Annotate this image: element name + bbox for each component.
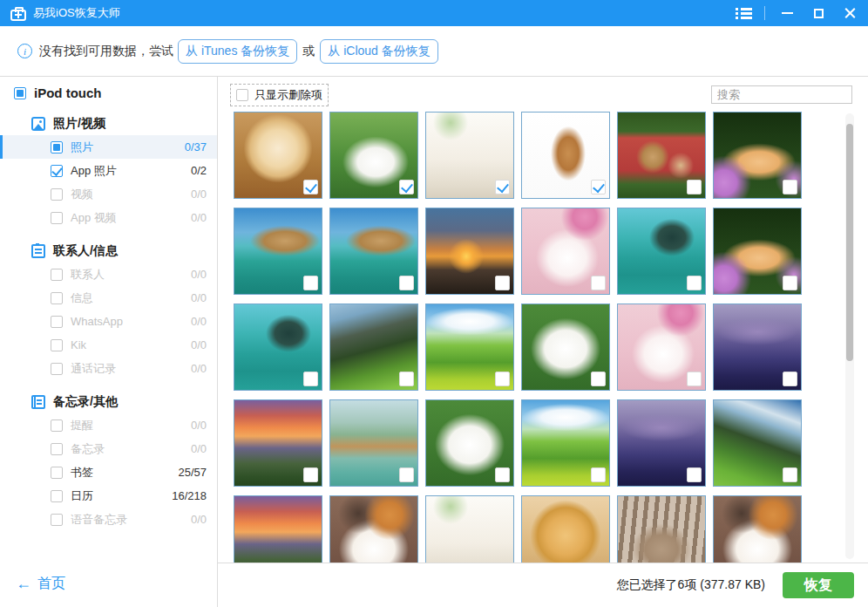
photo-samoyed-pair[interactable]: [425, 399, 514, 487]
photo-checkbox[interactable]: [591, 276, 606, 290]
sidebar-item-信息[interactable]: 信息 0/0: [0, 286, 217, 310]
sidebar-item-checkbox[interactable]: [51, 419, 63, 432]
photo-checkbox[interactable]: [399, 180, 414, 194]
photo-white-rabbit[interactable]: [521, 208, 610, 295]
photo-checkbox[interactable]: [783, 276, 797, 290]
sidebar-item-App 照片[interactable]: App 照片 0/2: [0, 159, 217, 182]
photo-checkbox[interactable]: [399, 276, 414, 290]
recover-button[interactable]: 恢复: [783, 572, 854, 598]
photo-calico-kitten[interactable]: [329, 495, 418, 563]
photo-forest-hillside[interactable]: [329, 304, 418, 391]
photo-cocker-spaniel[interactable]: [521, 112, 610, 199]
device-row[interactable]: iPod touch: [0, 77, 217, 102]
sidebar-item-checkbox[interactable]: [51, 141, 63, 153]
home-link[interactable]: 首页: [16, 575, 65, 593]
photo-samoyed-dog[interactable]: [329, 112, 418, 199]
sidebar-item-checkbox[interactable]: [51, 188, 63, 201]
photo-samoyed-pair[interactable]: [521, 304, 610, 391]
photo-sunset-mountains[interactable]: [234, 399, 322, 487]
photo-checkbox[interactable]: [783, 180, 797, 194]
photo-sunset-lake[interactable]: [425, 208, 514, 295]
photo-checkbox[interactable]: [495, 467, 510, 482]
photo-checkbox[interactable]: [303, 372, 318, 386]
photo-pomeranian-puppy[interactable]: [234, 112, 322, 199]
photo-checkbox[interactable]: [783, 372, 797, 386]
photo-maltese-puppies[interactable]: [425, 495, 514, 563]
photo-calico-kitten[interactable]: [713, 495, 802, 563]
photo-checkbox[interactable]: [303, 180, 318, 194]
close-button[interactable]: [840, 3, 859, 23]
photo-mountain-lake[interactable]: [713, 304, 802, 391]
photo-kittens-flowers[interactable]: [713, 112, 802, 199]
photo-checkbox[interactable]: [303, 467, 318, 482]
photo-kittens-flowers[interactable]: [713, 208, 802, 295]
sidebar-item-checkbox[interactable]: [51, 514, 63, 526]
photo-checkbox[interactable]: [687, 372, 702, 386]
sidebar-item-checkbox[interactable]: [51, 212, 63, 224]
sidebar-item-label: 视频: [71, 187, 93, 202]
sidebar-item-书签[interactable]: 书签 25/57: [0, 460, 217, 484]
photo-mountain-lake[interactable]: [617, 399, 706, 487]
sidebar-item-checkbox[interactable]: [51, 339, 63, 351]
maximize-button[interactable]: [809, 3, 828, 23]
photo-checkbox[interactable]: [591, 467, 606, 482]
sidebar-item-checkbox[interactable]: [51, 443, 63, 455]
search-input[interactable]: [711, 85, 852, 104]
show-deleted-only-checkbox[interactable]: [236, 89, 248, 101]
photo-green-hills[interactable]: [521, 399, 610, 487]
photo-green-hills[interactable]: [425, 304, 514, 391]
photo-sea-stacks[interactable]: [617, 208, 706, 295]
photo-checkbox[interactable]: [495, 276, 510, 290]
sidebar-item-checkbox[interactable]: [51, 316, 63, 328]
photo-checkbox[interactable]: [591, 372, 606, 386]
sidebar-item-Kik[interactable]: Kik 0/0: [0, 333, 217, 357]
photo-tabby-cat[interactable]: [617, 495, 706, 563]
scrollbar-track[interactable]: [845, 113, 854, 559]
photo-maltese-puppies[interactable]: [425, 112, 514, 199]
photo-checkbox[interactable]: [687, 180, 702, 194]
photo-forest-hill-sun[interactable]: [713, 399, 802, 487]
restore-from-itunes-button[interactable]: 从 iTunes 备份恢复: [178, 39, 297, 64]
photo-checkbox[interactable]: [783, 467, 797, 482]
sidebar-item-checkbox[interactable]: [51, 363, 63, 375]
photo-checkbox[interactable]: [687, 467, 702, 482]
sidebar-item-checkbox[interactable]: [51, 292, 63, 304]
photo-sea-stacks[interactable]: [234, 304, 322, 391]
photo-checkbox[interactable]: [303, 276, 318, 290]
photo-checkbox[interactable]: [399, 467, 414, 482]
sidebar-item-count: 0/0: [191, 513, 207, 526]
sidebar-item-提醒[interactable]: 提醒 0/0: [0, 413, 217, 437]
photo-pomeranian-close[interactable]: [521, 495, 610, 563]
sidebar-item-照片[interactable]: 照片 0/37: [0, 135, 217, 159]
scrollbar-thumb[interactable]: [846, 124, 853, 361]
sidebar-item-checkbox[interactable]: [51, 490, 63, 502]
sidebar-item-WhatsApp[interactable]: WhatsApp 0/0: [0, 310, 217, 333]
photo-rabbits-picnic[interactable]: [617, 112, 706, 199]
photo-checkbox[interactable]: [495, 372, 510, 386]
sidebar-item-label: 语音备忘录: [71, 512, 127, 528]
sidebar-item-日历[interactable]: 日历 16/218: [0, 484, 217, 508]
sidebar-item-语音备忘录[interactable]: 语音备忘录 0/0: [0, 508, 217, 531]
sidebar-item-联系人[interactable]: 联系人 0/0: [0, 263, 217, 286]
device-checkbox[interactable]: [14, 87, 26, 99]
photo-checkbox[interactable]: [399, 372, 414, 386]
sidebar-item-checkbox[interactable]: [51, 467, 63, 479]
photo-checkbox[interactable]: [591, 180, 606, 194]
minimize-button[interactable]: [777, 3, 797, 23]
photo-coastal-cliff[interactable]: [234, 208, 322, 295]
list-menu-icon[interactable]: [736, 7, 752, 19]
restore-from-icloud-button[interactable]: 从 iCloud 备份恢复: [320, 39, 437, 64]
photo-sunset-mountains[interactable]: [234, 495, 322, 563]
show-deleted-only-filter[interactable]: 只显示删除项: [230, 84, 329, 106]
photo-checkbox[interactable]: [495, 180, 510, 194]
sidebar-item-通话记录[interactable]: 通话记录 0/0: [0, 357, 217, 380]
photo-white-rabbit[interactable]: [617, 304, 706, 391]
sidebar-item-App 视频[interactable]: App 视频 0/0: [0, 206, 217, 229]
photo-checkbox[interactable]: [687, 276, 702, 290]
sidebar-item-checkbox[interactable]: [51, 165, 63, 177]
sidebar-item-视频[interactable]: 视频 0/0: [0, 182, 217, 206]
photo-coastal-cliff[interactable]: [329, 208, 418, 295]
photo-river-pavilion[interactable]: [329, 399, 418, 487]
sidebar-item-备忘录[interactable]: 备忘录 0/0: [0, 437, 217, 460]
sidebar-item-checkbox[interactable]: [51, 269, 63, 281]
